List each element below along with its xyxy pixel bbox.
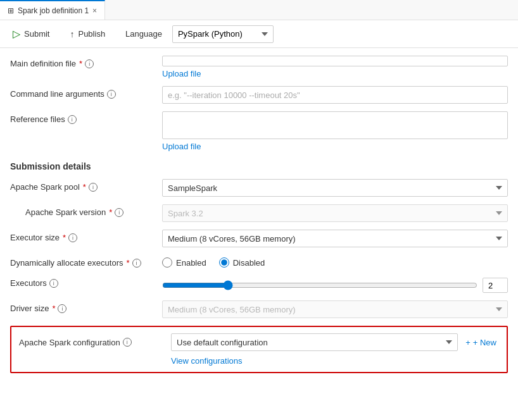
spark-pool-info-icon[interactable]: i (89, 183, 98, 192)
spark-config-row: Apache Spark configuration i Use default… (19, 333, 499, 351)
dyn-alloc-info-icon[interactable]: i (132, 259, 141, 268)
tab-title-bar: ⊞ Spark job definition 1 × (0, 0, 518, 20)
spark-version-label: Apache Spark version * i (10, 204, 162, 217)
language-label: Language (125, 29, 162, 39)
spark-version-required: * (109, 207, 112, 217)
spark-pool-select[interactable]: SampleSpark (162, 179, 508, 197)
new-button[interactable]: + + New (463, 338, 499, 347)
publish-button[interactable]: ↑ Publish (65, 27, 110, 42)
cmd-args-row: Command line arguments i (10, 86, 508, 104)
main-def-input[interactable] (162, 56, 508, 66)
publish-icon: ↑ (70, 29, 74, 39)
executor-size-required: * (63, 233, 66, 242)
executors-value-input[interactable] (483, 278, 508, 293)
spark-pool-label: Apache Spark pool * i (10, 179, 162, 192)
publish-label: Publish (78, 29, 105, 39)
enabled-radio[interactable] (162, 257, 172, 268)
upload-file-link-2[interactable]: Upload file (162, 142, 508, 151)
enabled-label: Enabled (176, 258, 206, 268)
tab-spark-job[interactable]: ⊞ Spark job definition 1 × (0, 0, 105, 20)
driver-size-select[interactable]: Medium (8 vCores, 56GB memory) (162, 300, 508, 318)
driver-size-label: Driver size * i (10, 300, 162, 313)
dyn-alloc-required: * (126, 258, 129, 268)
driver-size-row: Driver size * i Medium (8 vCores, 56GB m… (10, 300, 508, 318)
language-select[interactable]: PySpark (Python) Scala SparkR (172, 25, 274, 43)
spark-config-section: Apache Spark configuration i Use default… (10, 326, 508, 373)
cmd-args-info-icon[interactable]: i (107, 90, 116, 99)
enabled-option[interactable]: Enabled (162, 257, 206, 268)
spark-version-select[interactable]: Spark 3.2 (162, 204, 508, 222)
spark-pool-required: * (83, 182, 86, 192)
executors-slider-wrapper (162, 275, 508, 293)
dyn-alloc-row: Dynamically allocate executors * i Enabl… (10, 255, 508, 268)
disabled-radio[interactable] (219, 257, 229, 268)
main-def-info-icon[interactable]: i (85, 59, 94, 68)
new-label: + New (473, 338, 496, 347)
cmd-args-input[interactable] (162, 86, 508, 104)
submit-button[interactable]: ▷ Submit (8, 25, 54, 42)
spark-pool-row: Apache Spark pool * i SampleSpark (10, 179, 508, 197)
spark-config-select[interactable]: Use default configuration (171, 333, 458, 351)
new-icon: + (465, 338, 471, 347)
spark-version-row: Apache Spark version * i Spark 3.2 (10, 204, 508, 222)
spark-version-info-icon[interactable]: i (115, 208, 123, 217)
view-configurations-link[interactable]: View configurations (171, 356, 499, 366)
tab-close-button[interactable]: × (92, 6, 97, 15)
spark-config-label: Apache Spark configuration i (19, 338, 171, 347)
ref-files-label: Reference files i (10, 111, 162, 124)
driver-size-required: * (52, 304, 55, 313)
toolbar: ▷ Submit ↑ Publish Language PySpark (Pyt… (0, 20, 518, 48)
ref-files-info-icon[interactable]: i (68, 115, 77, 124)
driver-size-info-icon[interactable]: i (58, 304, 66, 313)
executor-size-select[interactable]: Medium (8 vCores, 56GB memory) (162, 230, 508, 247)
dyn-alloc-label: Dynamically allocate executors * i (10, 255, 162, 268)
main-def-required: * (79, 59, 82, 68)
executor-size-info-icon[interactable]: i (68, 233, 77, 242)
upload-file-link-1[interactable]: Upload file (162, 69, 508, 78)
ref-files-row: Reference files i Upload file (10, 111, 508, 151)
ref-files-textarea[interactable] (162, 111, 508, 139)
dyn-alloc-radio-group: Enabled Disabled (162, 255, 265, 268)
executor-size-label: Executor size * i (10, 230, 162, 242)
executors-label: Executors i (10, 275, 162, 288)
submit-label: Submit (24, 29, 49, 39)
executors-row: Executors i (10, 275, 508, 293)
cmd-args-label: Command line arguments i (10, 86, 162, 99)
content-area: Main definition file * i Upload file Com… (0, 48, 518, 420)
section-header: Submission details (10, 161, 508, 171)
submit-icon: ▷ (13, 28, 20, 40)
executors-info-icon[interactable]: i (49, 279, 58, 288)
main-def-label: Main definition file * i (10, 56, 162, 68)
tab-label: Spark job definition 1 (18, 6, 89, 15)
main-def-wrapper: Upload file (162, 56, 508, 78)
main-def-row: Main definition file * i Upload file (10, 56, 508, 78)
disabled-label: Disabled (233, 258, 265, 268)
executor-size-row: Executor size * i Medium (8 vCores, 56GB… (10, 230, 508, 247)
tab-icon: ⊞ (8, 6, 14, 15)
spark-config-info-icon[interactable]: i (123, 338, 132, 347)
ref-files-wrapper: Upload file (162, 111, 508, 151)
executors-slider[interactable] (162, 280, 477, 290)
disabled-option[interactable]: Disabled (219, 257, 265, 268)
